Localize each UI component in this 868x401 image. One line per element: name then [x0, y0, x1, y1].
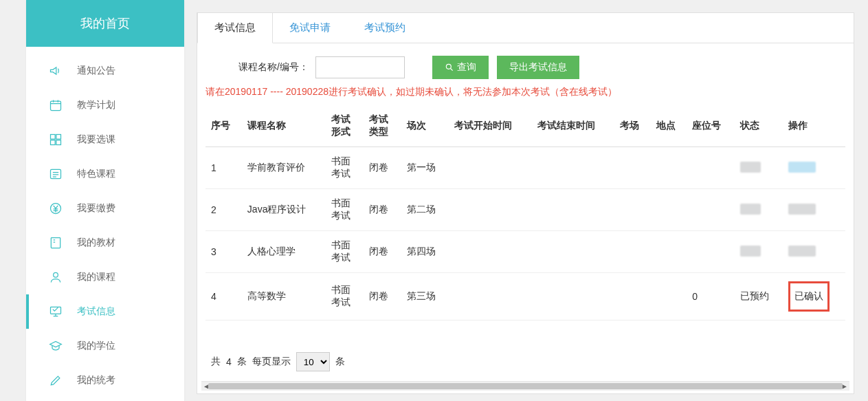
svg-rect-2: [56, 135, 61, 140]
toolbar: 课程名称/编号： 查询 导出考试信息: [197, 43, 854, 86]
blurred-status: [740, 204, 761, 215]
unit-label: 条: [335, 356, 345, 368]
th-place: 地点: [651, 105, 687, 147]
pagination: 共 4 条 每页显示 10 条: [197, 343, 854, 381]
pencil-icon: [48, 373, 63, 388]
sidebar-item-payment[interactable]: 我要缴费: [26, 191, 184, 226]
calendar-icon: [48, 98, 63, 113]
blurred-status: [740, 162, 761, 173]
yen-icon: [48, 201, 63, 216]
th-action: 操作: [783, 105, 845, 147]
sidebar-item-label: 通知公告: [77, 65, 115, 77]
export-button[interactable]: 导出考试信息: [497, 56, 579, 79]
svg-rect-1: [51, 135, 56, 140]
svg-rect-0: [51, 101, 61, 110]
confirm-action[interactable]: 已确认: [788, 281, 830, 312]
sidebar-item-degree[interactable]: 我的学位: [26, 329, 184, 363]
horizontal-scrollbar[interactable]: ◄ ►: [201, 381, 849, 391]
sidebar-item-label: 我的统考: [77, 374, 115, 387]
sidebar-item-label: 教学计划: [77, 99, 115, 111]
svg-rect-7: [51, 238, 60, 248]
sidebar-item-notice[interactable]: 通知公告: [26, 54, 184, 88]
tab-exam-info[interactable]: 考试信息: [197, 13, 273, 43]
sidebar-item-label: 我要缴费: [77, 202, 115, 215]
sidebar-item-label: 特色课程: [77, 168, 115, 180]
table-row: 2 Java程序设计 书面考试 闭卷 第二场: [205, 189, 845, 231]
exam-table: 序号 课程名称 考试形式 考试类型 场次 考试开始时间 考试结束时间 考场 地点…: [205, 105, 845, 321]
sidebar-item-label: 我的课程: [77, 271, 115, 283]
table-row: 3 人格心理学 书面考试 闭卷 第四场: [205, 231, 845, 273]
table-row: 1 学前教育评价 书面考试 闭卷 第一场: [205, 147, 845, 189]
total-count: 4: [226, 356, 232, 367]
sidebar-item-label: 我的学位: [77, 340, 115, 352]
blurred-action[interactable]: [788, 246, 816, 257]
main-panel: 考试信息 免试申请 考试预约 课程名称/编号： 查询 导出考试信息 请在2019…: [197, 12, 854, 394]
th-form: 考试形式: [326, 105, 364, 147]
svg-point-10: [446, 64, 451, 69]
sidebar-item-featured[interactable]: 特色课程: [26, 157, 184, 191]
th-room: 考场: [614, 105, 651, 147]
megaphone-icon: [48, 63, 63, 78]
notice-text: 请在20190117 ---- 20190228进行考试确认，如过期未确认，将无…: [197, 86, 854, 105]
graduation-icon: [48, 338, 63, 354]
svg-rect-4: [56, 140, 61, 145]
user-icon: [48, 270, 63, 285]
sidebar-item-select-course[interactable]: 我要选课: [26, 122, 184, 157]
sidebar-item-unified-exam[interactable]: 我的统考: [26, 363, 184, 398]
sidebar-title: 我的首页: [26, 0, 184, 47]
th-start: 考试开始时间: [449, 105, 531, 147]
list-icon: [48, 166, 63, 182]
sidebar-item-plan[interactable]: 教学计划: [26, 88, 184, 122]
scroll-right-icon[interactable]: ►: [840, 382, 849, 391]
th-course: 课程名称: [242, 105, 326, 147]
per-page-select[interactable]: 10: [296, 352, 330, 371]
sidebar-item-label: 我的教材: [77, 237, 115, 249]
sidebar-item-textbook[interactable]: 我的教材: [26, 226, 184, 260]
course-input[interactable]: [315, 56, 405, 78]
book-icon: [48, 235, 63, 250]
sidebar-item-my-course[interactable]: 我的课程: [26, 260, 184, 294]
sidebar-item-exam[interactable]: 考试信息: [26, 294, 184, 329]
total-prefix: 共: [211, 356, 221, 368]
course-label: 课程名称/编号：: [238, 61, 309, 74]
total-unit: 条: [237, 356, 247, 368]
th-type: 考试类型: [364, 105, 401, 147]
th-end: 考试结束时间: [532, 105, 614, 147]
tabs: 考试信息 免试申请 考试预约: [197, 13, 854, 43]
per-page-label: 每页显示: [252, 356, 291, 368]
sidebar-item-label: 我要选课: [77, 133, 115, 146]
tab-exempt-apply[interactable]: 免试申请: [273, 13, 348, 43]
svg-point-8: [54, 272, 58, 277]
table-row: 4 高等数学 书面考试 闭卷 第三场 0 已预约 已确认: [205, 273, 845, 321]
blurred-action[interactable]: [788, 204, 816, 215]
th-seq: 序号: [205, 105, 242, 147]
th-seat: 座位号: [687, 105, 735, 147]
search-button[interactable]: 查询: [432, 56, 489, 79]
sidebar-item-label: 考试信息: [77, 305, 115, 318]
scroll-left-icon[interactable]: ◄: [201, 382, 211, 391]
search-button-label: 查询: [457, 61, 476, 74]
sidebar: 我的首页 通知公告 教学计划 我要选课 特色课程 我要缴费 我的教材 我的课程: [26, 0, 184, 401]
tab-exam-reserve[interactable]: 考试预约: [348, 13, 423, 43]
svg-rect-3: [51, 140, 56, 145]
blurred-status: [740, 246, 761, 257]
monitor-icon: [48, 304, 63, 319]
th-session: 场次: [401, 105, 449, 147]
blurred-action[interactable]: [788, 162, 816, 173]
export-button-label: 导出考试信息: [509, 61, 567, 74]
grid-icon: [48, 132, 63, 147]
th-status: 状态: [735, 105, 783, 147]
